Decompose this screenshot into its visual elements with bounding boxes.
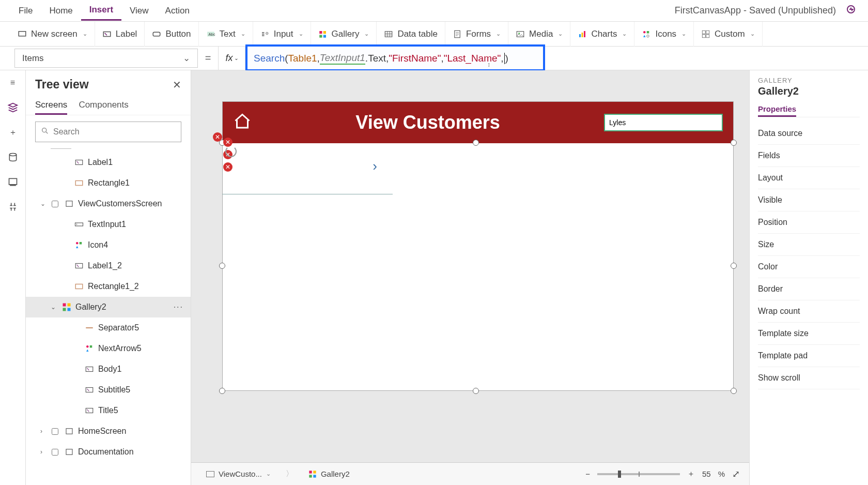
screen-icon bbox=[206, 471, 214, 477]
zoom-out-button[interactable]: − bbox=[585, 469, 590, 478]
table-icon bbox=[384, 29, 393, 39]
tab-properties[interactable]: Properties bbox=[758, 102, 796, 117]
tree-node-icon4[interactable]: Icon4 bbox=[26, 235, 191, 255]
charts-button[interactable]: Charts⌄ bbox=[570, 22, 634, 47]
tree-node-label: HomeScreen bbox=[78, 427, 126, 436]
breadcrumb-screen[interactable]: ViewCusto... ⌄ bbox=[200, 467, 276, 481]
text-button[interactable]: Abc Text⌄ bbox=[199, 22, 253, 47]
diagnostics-icon[interactable] bbox=[845, 4, 858, 18]
property-row-visible[interactable]: Visible bbox=[758, 189, 860, 211]
icons-button[interactable]: Icons⌄ bbox=[634, 22, 694, 47]
tree-node-label: NextArrow5 bbox=[98, 344, 142, 353]
menu-file[interactable]: File bbox=[10, 2, 41, 20]
menu-action[interactable]: Action bbox=[157, 2, 198, 20]
app-search-input[interactable] bbox=[604, 114, 723, 131]
zoom-in-button[interactable]: ＋ bbox=[687, 469, 695, 479]
tree-node-label1[interactable]: Label1 bbox=[26, 152, 191, 173]
fx-button[interactable]: fx ⌄ bbox=[219, 47, 245, 70]
tree-node-nextarrow5[interactable]: NextArrow5 bbox=[26, 338, 191, 359]
next-arrow-icon[interactable]: › bbox=[373, 158, 377, 174]
svg-rect-38 bbox=[68, 304, 71, 307]
error-badge-icon[interactable]: ✕ bbox=[223, 162, 233, 172]
insert-icon[interactable]: ＋ bbox=[7, 126, 19, 139]
data-icon[interactable] bbox=[7, 151, 19, 163]
resize-handle-icon[interactable]: ↕ bbox=[487, 61, 490, 68]
advanced-tools-icon[interactable] bbox=[7, 201, 19, 213]
new-screen-button[interactable]: New screen⌄ bbox=[10, 22, 95, 47]
menu-insert[interactable]: Insert bbox=[81, 1, 121, 21]
formula-input[interactable]: Search(Table1, TextInput1.Text, "FirstNa… bbox=[245, 47, 868, 70]
error-badge-icon[interactable]: ✕ bbox=[213, 132, 222, 142]
tree-node-documentation[interactable]: ›Documentation bbox=[26, 442, 191, 462]
property-row-wrap-count[interactable]: Wrap count bbox=[758, 300, 860, 323]
label-button[interactable]: Label bbox=[95, 22, 145, 47]
screen-checkbox[interactable] bbox=[52, 201, 58, 207]
expander-icon[interactable]: ⌄ bbox=[40, 200, 48, 207]
expander-icon[interactable]: › bbox=[40, 428, 48, 435]
menu-home[interactable]: Home bbox=[41, 2, 81, 20]
tree-node-label1_2[interactable]: Label1_2 bbox=[26, 255, 191, 276]
button-button[interactable]: Button bbox=[145, 22, 198, 47]
tree-node-textinput1[interactable]: TextInput1 bbox=[26, 214, 191, 235]
tree-node-subtitle5[interactable]: Subtitle5 bbox=[26, 380, 191, 400]
property-row-color[interactable]: Color bbox=[758, 256, 860, 278]
tab-components[interactable]: Components bbox=[79, 97, 128, 115]
screen-checkbox[interactable] bbox=[52, 449, 58, 456]
property-row-show-scroll[interactable]: Show scroll bbox=[758, 367, 860, 389]
hamburger-icon[interactable]: ≡ bbox=[7, 77, 19, 89]
tree-view-icon[interactable] bbox=[7, 101, 19, 114]
breadcrumb-control[interactable]: Gallery2 bbox=[303, 467, 355, 481]
selection-handle[interactable] bbox=[219, 263, 225, 269]
selection-handle[interactable] bbox=[731, 263, 737, 269]
forms-button[interactable]: Forms⌄ bbox=[445, 22, 508, 47]
separator-icon bbox=[85, 323, 94, 332]
home-icon[interactable] bbox=[233, 112, 252, 133]
screen-checkbox[interactable] bbox=[52, 428, 58, 435]
gallery-button[interactable]: Gallery⌄ bbox=[311, 22, 377, 47]
canvas-stage[interactable]: View Customers › ✕ ✕ ✕ ✕ bbox=[191, 70, 749, 462]
tree-search[interactable] bbox=[35, 122, 181, 142]
tree-node-label: ViewCustomersScreen bbox=[78, 199, 162, 208]
selection-handle[interactable] bbox=[219, 388, 225, 394]
selection-handle[interactable] bbox=[731, 140, 737, 146]
tree-node-rectangle1_2[interactable]: Rectangle1_2 bbox=[26, 276, 191, 297]
tab-screens[interactable]: Screens bbox=[35, 97, 67, 115]
tree-node-viewcustomersscreen[interactable]: ⌄ViewCustomersScreen bbox=[26, 193, 191, 214]
gallery-template-row[interactable]: › bbox=[222, 143, 393, 194]
property-row-layout[interactable]: Layout bbox=[758, 167, 860, 189]
selection-handle[interactable] bbox=[473, 140, 479, 146]
tree-node-rectangle1[interactable]: Rectangle1 bbox=[26, 173, 191, 193]
tree-node-title5[interactable]: Title5 bbox=[26, 400, 191, 421]
data-table-button[interactable]: Data table bbox=[377, 22, 445, 47]
tree-search-input[interactable] bbox=[53, 127, 176, 137]
fit-to-screen-icon[interactable]: ⤢ bbox=[732, 468, 740, 480]
tree-node-separator5[interactable]: Separator5 bbox=[26, 317, 191, 338]
property-row-fields[interactable]: Fields bbox=[758, 145, 860, 167]
expander-icon[interactable]: › bbox=[40, 448, 48, 456]
property-row-size[interactable]: Size bbox=[758, 234, 860, 256]
zoom-slider[interactable] bbox=[597, 473, 680, 475]
property-row-border[interactable]: Border bbox=[758, 278, 860, 300]
custom-button[interactable]: Custom⌄ bbox=[694, 22, 763, 47]
expander-icon[interactable]: ⌄ bbox=[51, 304, 58, 311]
tree-node-gallery2[interactable]: ⌄Gallery2··· bbox=[26, 297, 191, 317]
tree-node-body1[interactable]: Body1 bbox=[26, 359, 191, 380]
tree-view-title: Tree view bbox=[35, 78, 89, 92]
more-icon[interactable]: ··· bbox=[174, 302, 183, 312]
property-row-template-size[interactable]: Template size bbox=[758, 323, 860, 345]
menu-view[interactable]: View bbox=[121, 2, 157, 20]
selection-handle[interactable] bbox=[473, 388, 479, 394]
media-label: Media bbox=[529, 29, 553, 39]
input-button[interactable]: Input⌄ bbox=[253, 22, 311, 47]
property-row-position[interactable]: Position bbox=[758, 211, 860, 234]
rectangle-icon bbox=[74, 178, 84, 188]
tree-node-homescreen[interactable]: ›HomeScreen bbox=[26, 421, 191, 442]
property-selector[interactable]: Items ⌄ bbox=[14, 49, 198, 68]
media-button[interactable]: Media⌄ bbox=[508, 22, 570, 47]
property-row-template-pad[interactable]: Template pad bbox=[758, 345, 860, 367]
zoom-thumb[interactable] bbox=[618, 471, 621, 478]
close-icon[interactable]: ✕ bbox=[173, 79, 181, 91]
selection-handle[interactable] bbox=[731, 388, 737, 394]
media-panel-icon[interactable] bbox=[7, 176, 19, 188]
property-row-data-source[interactable]: Data source bbox=[758, 123, 860, 145]
